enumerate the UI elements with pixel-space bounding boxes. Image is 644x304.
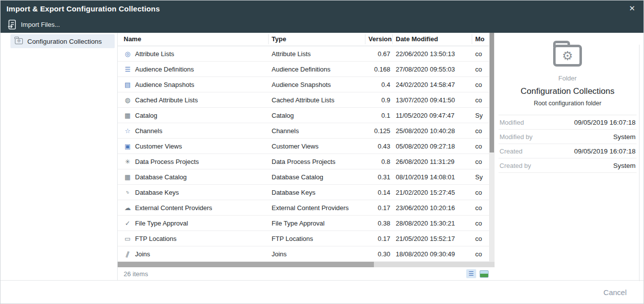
row-type: File Type Approval bbox=[269, 220, 365, 227]
folder-icon: ⚙ bbox=[15, 38, 23, 44]
column-header-mo[interactable]: Mo bbox=[472, 34, 489, 44]
column-header-name[interactable]: Name bbox=[118, 34, 269, 44]
row-date-modified: 26/08/2020 11:31:29 bbox=[393, 158, 472, 165]
field-value: 09/05/2019 16:07:18 bbox=[574, 119, 636, 126]
table-row[interactable]: ◍Cached Attribute ListsCached Attribute … bbox=[118, 92, 489, 108]
table-header: NameTypeVersionDate ModifiedMo bbox=[118, 33, 489, 46]
column-header-type[interactable]: Type bbox=[269, 34, 365, 44]
table-row[interactable]: ▦Database CatalogDatabase Catalog0.3108/… bbox=[118, 169, 489, 185]
row-type: Catalog bbox=[269, 112, 365, 119]
row-name: Database Catalog bbox=[135, 173, 187, 181]
row-type: Audience Definitions bbox=[269, 66, 365, 73]
table-row[interactable]: ▭FTP LocationsFTP Locations0.1721/05/202… bbox=[118, 231, 489, 246]
thumbnail-view-icon[interactable] bbox=[480, 270, 489, 278]
row-type: Database Catalog bbox=[269, 173, 365, 181]
field-label: Created by bbox=[500, 162, 531, 169]
table-row[interactable]: ♀Database KeysDatabase Keys0.1421/02/202… bbox=[118, 185, 489, 200]
horizontal-scrollbar-thumb[interactable] bbox=[118, 262, 374, 267]
folder-gear-icon: ⚙ bbox=[553, 45, 582, 67]
table-row[interactable]: ☁External Content ProvidersExternal Cont… bbox=[118, 200, 489, 216]
collection-table: NameTypeVersionDate ModifiedMo ◎Attribut… bbox=[118, 33, 495, 280]
row-modified-by: co bbox=[472, 250, 489, 258]
row-type: Customer Views bbox=[269, 143, 365, 150]
network-icon: ✳ bbox=[124, 158, 132, 165]
import-files-button[interactable]: Import Files... bbox=[5, 18, 62, 31]
row-modified-by: co bbox=[472, 143, 489, 150]
cloud-icon: ☁ bbox=[124, 205, 132, 211]
row-type: Audience Snapshots bbox=[269, 81, 365, 88]
row-type: Joins bbox=[269, 250, 365, 258]
list-view-icon[interactable]: ☰ bbox=[466, 269, 476, 278]
row-date-modified: 11/05/2020 09:47:47 bbox=[393, 112, 472, 119]
row-version: 0.14 bbox=[365, 189, 393, 196]
column-header-version[interactable]: Version bbox=[365, 34, 393, 44]
item-count: 26 items bbox=[124, 270, 148, 278]
tag-icon: ◎ bbox=[124, 51, 132, 57]
table-row[interactable]: ✓File Type ApprovalFile Type Approval0.3… bbox=[118, 216, 489, 231]
row-type: FTP Locations bbox=[269, 235, 365, 242]
row-version: 0.125 bbox=[365, 127, 393, 135]
row-date-modified: 28/08/2020 15:30:21 bbox=[393, 220, 472, 227]
row-date-modified: 23/06/2020 10:20:16 bbox=[393, 204, 472, 212]
table-row[interactable]: ▤Audience SnapshotsAudience Snapshots0.4… bbox=[118, 77, 489, 92]
row-version: 0.17 bbox=[365, 204, 393, 212]
table-row[interactable]: ▣Customer ViewsCustomer Views0.4305/08/2… bbox=[118, 139, 489, 154]
details-fields: Modified09/05/2019 16:07:18Modified bySy… bbox=[499, 115, 637, 173]
row-name: Audience Snapshots bbox=[135, 81, 194, 88]
row-name: Customer Views bbox=[135, 143, 182, 150]
row-version: 0.67 bbox=[365, 50, 393, 58]
column-header-date-modified[interactable]: Date Modified bbox=[393, 34, 472, 44]
database-icon: ☰ bbox=[124, 66, 132, 73]
row-version: 0.38 bbox=[365, 220, 393, 227]
row-modified-by: co bbox=[472, 204, 489, 212]
row-version: 0.30 bbox=[365, 250, 393, 258]
row-name: Catalog bbox=[135, 112, 157, 119]
grid-icon: ▦ bbox=[124, 112, 132, 119]
doc-check-icon: ✓ bbox=[124, 220, 132, 227]
field-label: Modified by bbox=[500, 133, 532, 141]
table-row[interactable]: ∥JoinsJoins0.3018/08/2020 09:30:49co bbox=[118, 246, 489, 262]
cancel-button[interactable]: Cancel bbox=[601, 285, 629, 300]
row-modified-by: co bbox=[472, 66, 489, 73]
field-label: Created bbox=[500, 148, 522, 155]
row-name: Cached Attribute Lists bbox=[135, 96, 198, 104]
dialog-title: Import & Export Configuration Collection… bbox=[6, 4, 160, 13]
details-field-row: Created bySystem bbox=[499, 158, 637, 173]
table-row[interactable]: ✳Data Process ProjectsData Process Proje… bbox=[118, 154, 489, 169]
details-field-row: Modified09/05/2019 16:07:18 bbox=[499, 115, 637, 130]
close-icon[interactable]: ✕ bbox=[627, 3, 638, 14]
table-row[interactable]: ▦CatalogCatalog0.111/05/2020 09:47:47Sy bbox=[118, 108, 489, 123]
import-files-label: Import Files... bbox=[21, 21, 60, 28]
row-name: Joins bbox=[135, 250, 150, 258]
row-date-modified: 24/02/2020 14:58:47 bbox=[393, 81, 472, 88]
row-version: 0.9 bbox=[365, 96, 393, 104]
row-modified-by: co bbox=[472, 127, 489, 135]
row-modified-by: Sy bbox=[472, 112, 489, 119]
toolbar: Import Files... bbox=[0, 16, 644, 33]
table-body: ◎Attribute ListsAttribute Lists0.6722/06… bbox=[118, 46, 489, 262]
dialog-footer: Cancel bbox=[0, 280, 644, 304]
row-name: Channels bbox=[135, 127, 162, 135]
horizontal-scrollbar[interactable] bbox=[118, 262, 495, 267]
table-row[interactable]: ◎Attribute ListsAttribute Lists0.6722/06… bbox=[118, 46, 489, 62]
import-files-icon bbox=[7, 19, 17, 30]
monitor-icon: ▭ bbox=[124, 235, 132, 242]
row-version: 0.8 bbox=[365, 158, 393, 165]
import-export-dialog: Import & Export Configuration Collection… bbox=[0, 0, 644, 304]
vertical-scrollbar[interactable] bbox=[489, 33, 495, 263]
row-name: External Content Providers bbox=[135, 204, 212, 212]
details-subtitle: Root configuration folder bbox=[499, 100, 637, 107]
row-modified-by: co bbox=[472, 50, 489, 58]
row-name: File Type Approval bbox=[135, 220, 188, 227]
field-value: System bbox=[613, 133, 636, 141]
table-row[interactable]: ☰Audience DefinitionsAudience Definition… bbox=[118, 62, 489, 77]
row-modified-by: co bbox=[472, 189, 489, 196]
table-row[interactable]: ☆ChannelsChannels0.12525/08/2020 10:40:2… bbox=[118, 123, 489, 139]
details-panel: ⚙ Folder Configuration Collections Root … bbox=[495, 33, 644, 280]
row-modified-by: co bbox=[472, 81, 489, 88]
vertical-scrollbar-thumb[interactable] bbox=[490, 33, 494, 152]
row-version: 0.43 bbox=[365, 143, 393, 150]
star-bubble-icon: ☆ bbox=[124, 128, 132, 134]
field-label: Modified bbox=[500, 119, 524, 126]
sidebar-item-configuration-collections[interactable]: ⚙ Configuration Collections bbox=[10, 34, 115, 48]
